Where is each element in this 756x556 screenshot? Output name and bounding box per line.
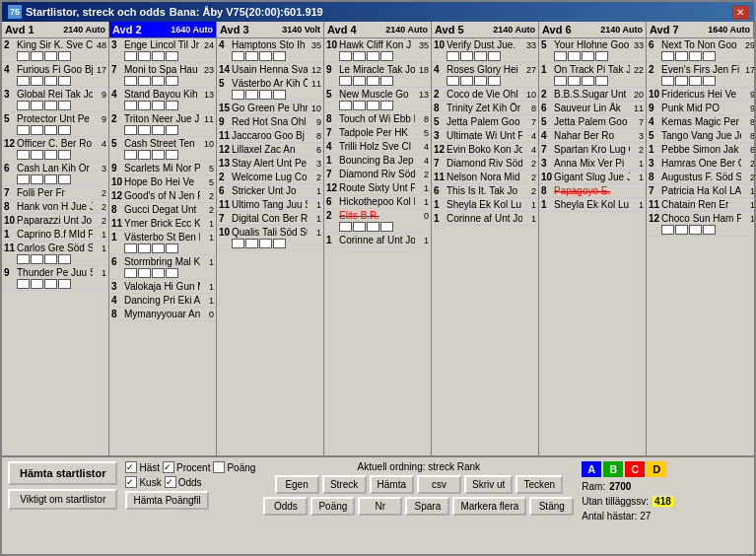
selection-box[interactable] — [474, 76, 487, 86]
avd-header-Avd-5[interactable]: Avd 52140 Auto — [432, 22, 539, 37]
selection-box[interactable] — [245, 239, 258, 248]
selection-box[interactable] — [474, 51, 487, 61]
horse-row-1-14[interactable]: 8 Mymanyyouar Ant 0 — [109, 308, 216, 321]
selection-box[interactable] — [661, 225, 674, 235]
horse-row-4-11[interactable]: 1 Corinne af Unt Jo 1 — [432, 212, 538, 226]
selection-box[interactable] — [353, 76, 366, 86]
horse-row-5-9[interactable]: 8 Papagoyo E. — [539, 184, 646, 198]
horse-row-2-0[interactable]: 4 Hamptons Sto Ih 35 — [217, 38, 323, 63]
horse-row-5-7[interactable]: 3 Anna Mix Ver Pi 1 — [539, 157, 646, 171]
horse-row-5-3[interactable]: 6 Sauveur Lin Åk 11 — [539, 102, 646, 115]
selection-box[interactable] — [31, 76, 43, 86]
selection-box[interactable] — [138, 101, 151, 110]
horse-row-1-9[interactable]: 11 Ymer Brick Ecc Ke 1 — [109, 217, 216, 231]
kusk-checkbox[interactable] — [125, 476, 137, 488]
kusk-checkbox-label[interactable]: Kusk — [125, 476, 161, 488]
selection-box[interactable] — [17, 150, 30, 160]
horse-row-0-10[interactable]: 11 Carlos Gre Söd St 1 — [2, 242, 108, 266]
selection-box[interactable] — [367, 101, 379, 110]
selection-box[interactable] — [661, 76, 674, 86]
selection-box[interactable] — [166, 76, 178, 86]
avd-header-Avd-1[interactable]: Avd 12140 Auto — [2, 22, 109, 37]
horse-row-1-2[interactable]: 4 Stand Bayou Kih Ö 13 — [109, 88, 216, 112]
selection-box[interactable] — [31, 279, 43, 289]
horse-row-0-5[interactable]: 6 Cash Lan Kih Or 3 — [2, 162, 108, 186]
avd-header-Avd-3[interactable]: Avd 33140 Volt — [217, 22, 324, 37]
horse-row-6-11[interactable]: 12 Choco Sun Ham Fi 1 — [647, 212, 754, 237]
selection-box[interactable] — [58, 125, 71, 135]
horse-row-1-7[interactable]: 12 Good's of N Jen Fi 2 — [109, 189, 216, 203]
horse-row-0-0[interactable]: 2 King Sir K. Sve Cl 48 — [2, 38, 108, 63]
horse-row-5-8[interactable]: 10 Gigant Slug Jue Je 1 — [539, 171, 646, 184]
selection-box[interactable] — [58, 51, 71, 61]
horse-row-5-10[interactable]: 1 Sheyla Ek Kol Lu 1 — [539, 198, 646, 212]
selection-box[interactable] — [675, 76, 688, 86]
hamta-poangfil-button[interactable]: Hämta Poängfil — [125, 491, 208, 510]
horse-row-2-1[interactable]: 14 Usain Henna Sva I 12 — [217, 63, 323, 77]
selection-box[interactable] — [138, 125, 151, 135]
selection-box[interactable] — [152, 51, 165, 61]
selection-box[interactable] — [17, 51, 30, 61]
horse-row-3-10[interactable]: 2 Elits B.R. 0 — [324, 209, 431, 234]
selection-box[interactable] — [17, 76, 30, 86]
selection-box[interactable] — [380, 222, 393, 232]
horse-row-3-8[interactable]: 12 Route Sixty Unt Pe 1 — [324, 181, 431, 195]
stang-button[interactable]: Stäng — [529, 497, 574, 516]
horse-row-4-1[interactable]: 4 Roses Glory Hei 27 — [432, 63, 538, 88]
selection-box[interactable] — [31, 254, 43, 264]
selection-box[interactable] — [273, 90, 286, 100]
avd-header-Avd-4[interactable]: Avd 42140 Auto — [324, 22, 432, 37]
selection-box[interactable] — [44, 101, 57, 110]
horse-row-5-2[interactable]: 2 B.B.S.Sugar Unt F 20 — [539, 88, 646, 102]
selection-box[interactable] — [138, 243, 151, 253]
selection-box[interactable] — [166, 150, 178, 160]
selection-box[interactable] — [703, 225, 716, 235]
selection-box[interactable] — [166, 125, 178, 135]
selection-box[interactable] — [138, 76, 151, 86]
selection-box[interactable] — [152, 150, 165, 160]
selection-box[interactable] — [703, 76, 716, 86]
selection-box[interactable] — [58, 101, 71, 110]
horse-row-6-0[interactable]: 6 Next To Non Goo 29 — [647, 38, 754, 63]
horse-row-3-0[interactable]: 10 Hawk Cliff Kon J 35 — [324, 38, 431, 63]
tecken-button[interactable]: Tecken — [515, 475, 563, 494]
horse-row-2-4[interactable]: 9 Red Hot Sna Ohl UI 9 — [217, 115, 323, 129]
avd-header-Avd-6[interactable]: Avd 62140 Auto — [539, 22, 647, 37]
horse-row-0-9[interactable]: 1 Caprino B.f MId PO 1 — [2, 228, 108, 242]
selection-box[interactable] — [44, 279, 57, 289]
horse-row-4-2[interactable]: 2 Coco de Vie Ohl 10 — [432, 88, 538, 102]
selection-box[interactable] — [595, 51, 608, 61]
selection-box[interactable] — [380, 51, 393, 61]
selection-box[interactable] — [661, 51, 674, 61]
horse-row-6-3[interactable]: 9 Punk Mid PO 9 — [647, 102, 754, 115]
selection-box[interactable] — [259, 90, 272, 100]
selection-box[interactable] — [31, 101, 43, 110]
horse-row-1-10[interactable]: 1 Västerbo St Ben N 1 — [109, 231, 216, 255]
selection-box[interactable] — [689, 51, 702, 61]
selection-box[interactable] — [17, 279, 30, 289]
horse-row-2-5[interactable]: 11 Jaccaroo Goo Bj 8 — [217, 129, 323, 143]
horse-row-3-2[interactable]: 5 New Muscle Go 13 — [324, 88, 431, 112]
horse-row-4-5[interactable]: 3 Ultimate Wi Unt Pe 4 — [432, 129, 538, 143]
streck-button[interactable]: Streck — [322, 475, 367, 494]
selection-box[interactable] — [447, 76, 459, 86]
selection-box[interactable] — [44, 150, 57, 160]
avd-header-Avd-7[interactable]: Avd 71640 Auto — [647, 22, 754, 37]
odds-checkbox[interactable] — [165, 476, 176, 488]
markera-flera-button[interactable]: Markera flera — [452, 497, 526, 516]
horse-row-6-8[interactable]: 8 Augustus F. Söd Sl 2 — [647, 171, 754, 184]
selection-box[interactable] — [124, 51, 137, 61]
horse-row-3-7[interactable]: 7 Diamond Riv Söd S 2 — [324, 168, 431, 181]
selection-box[interactable] — [675, 51, 688, 61]
horse-row-2-12[interactable]: 10 Qualis Tali Söd St 1 — [217, 226, 323, 250]
horse-row-1-8[interactable]: 8 Gucci Degat Unt Pe 2 — [109, 203, 216, 217]
horse-row-2-10[interactable]: 11 Ultimo Tang Juu St 1 — [217, 198, 323, 212]
hast-checkbox[interactable] — [125, 461, 137, 473]
horse-row-0-8[interactable]: 10 Paparazzi Unt Jo 2 — [2, 214, 108, 228]
selection-box[interactable] — [232, 90, 244, 100]
horse-row-6-6[interactable]: 1 Pebbe Simon Jak M 6 — [647, 143, 754, 157]
selection-box[interactable] — [31, 51, 43, 61]
avd-header-Avd-2[interactable]: Avd 21640 Auto — [109, 22, 217, 37]
selection-box[interactable] — [17, 125, 30, 135]
horse-row-3-6[interactable]: 1 Bouncing Ba Jep C 4 — [324, 154, 431, 168]
